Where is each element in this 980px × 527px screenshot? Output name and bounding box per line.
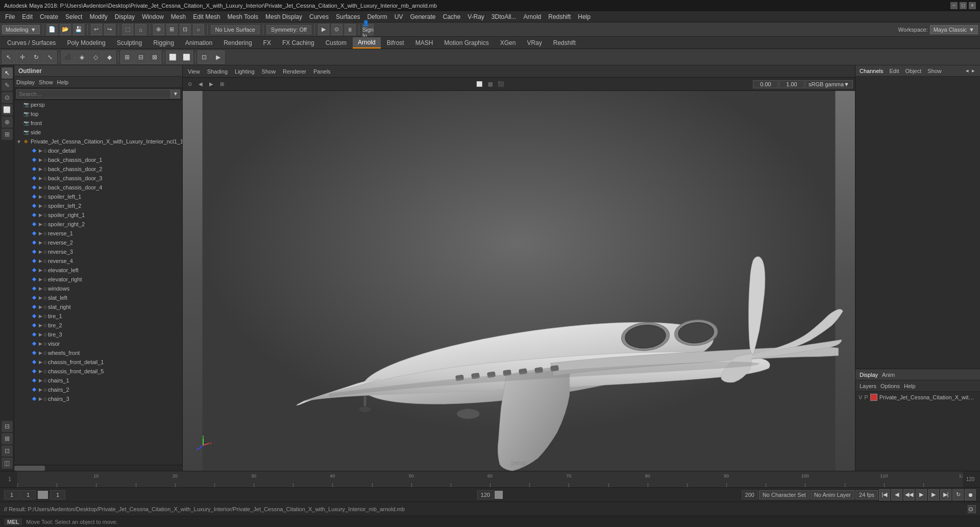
play-back-btn[interactable]: ◀◀ [903,489,915,500]
layers-subtab[interactable]: Layers [860,383,876,389]
signin-btn[interactable]: 👤 Sign In [362,24,374,35]
hscroll-thumb[interactable] [14,466,45,471]
tree-item[interactable]: 📷front [14,118,182,128]
menu-item-generate[interactable]: Generate [407,12,438,21]
select-tool-btn[interactable]: ↖ [2,51,15,64]
view2-btn[interactable]: ▶ [211,51,225,64]
edit-tab[interactable]: Edit [889,68,899,74]
loop-btn[interactable]: ↻ [952,489,964,500]
display-tab[interactable]: Display [860,372,878,378]
menu-item-arnold[interactable]: Arnold [521,12,545,21]
menu-item-curves[interactable]: Curves [306,12,332,21]
rotate-tool-btn[interactable]: ↻ [30,51,43,64]
show-tab[interactable]: Show [927,68,942,74]
menu-item-edit[interactable]: Edit [19,12,36,21]
tree-item[interactable]: ▶◇elevator_right [14,275,182,284]
close-button[interactable]: × [969,2,976,9]
tools-icon[interactable]: ⊞ [2,129,13,140]
tree-item[interactable]: ▶◇chairs_3 [14,394,182,403]
tree-item[interactable]: ▶◇reverse_2 [14,238,182,247]
tab-sculpting[interactable]: Sculpting [112,38,147,48]
timeline-ruler[interactable]: 102030405060708090100110120 [17,471,963,487]
panel-nav-1[interactable]: ◂ [965,66,970,75]
layer-color-swatch[interactable] [870,394,877,401]
outliner-menu-help[interactable]: Help [57,79,69,85]
redo-btn[interactable]: ↪ [104,24,115,35]
workspace-dropdown[interactable]: Maya Classic ▼ [930,25,978,34]
outliner-tree[interactable]: 📷persp📷top📷front📷side▼⊕Private_Jet_Cessn… [14,100,182,465]
ipr-btn[interactable]: ⊙ [331,24,342,35]
tree-item[interactable]: ▶◇spoiler_right_2 [14,220,182,229]
current-frame-field[interactable]: 1 [4,490,19,499]
menu-item-edit-mesh[interactable]: Edit Mesh [190,12,223,21]
menu-item-create[interactable]: Create [37,12,61,21]
tab-custom[interactable]: Custom [321,38,352,48]
next-frame-btn[interactable]: ▶ [928,489,939,500]
tab-arnold[interactable]: Arnold [353,37,381,49]
tab-curves-/-surfaces[interactable]: Curves / Surfaces [2,38,61,48]
tree-item[interactable]: ▶◇wheels_front [14,348,182,357]
play-fwd-btn[interactable]: ▶ [916,489,927,500]
frame2-btn[interactable]: ⬜ [180,51,193,64]
tree-item[interactable]: ▶◇tire_3 [14,330,182,339]
menu-item-v-ray[interactable]: V-Ray [464,12,487,21]
vp-grid-btn[interactable]: ⊞ [217,79,227,89]
menu-item-mesh[interactable]: Mesh [168,12,189,21]
select-btn[interactable]: ⬚ [122,24,133,35]
menu-item-cache[interactable]: Cache [439,12,463,21]
viewport-menu-lighting[interactable]: Lighting [232,67,258,76]
menu-item-help[interactable]: Help [575,12,594,21]
prev-key-btn[interactable]: |◀ [879,489,890,500]
tree-item[interactable]: ▶◇tire_2 [14,321,182,330]
viewport-menu-shading[interactable]: Shading [204,67,231,76]
tree-item[interactable]: 📷side [14,128,182,137]
no-char-set[interactable]: No Character Set [759,490,810,499]
range-end-field[interactable]: 120 [477,490,494,499]
menu-item-select[interactable]: Select [62,12,85,21]
menu-item-redshift[interactable]: Redshift [545,12,574,21]
disp1-btn[interactable]: ⊞ [120,51,134,64]
tree-item[interactable]: ▶◇slat_left [14,293,182,302]
vp-camera-btn[interactable]: ⊙ [185,79,195,89]
vp-input-value[interactable] [753,80,778,88]
save-btn[interactable]: 💾 [73,24,84,35]
menu-item-mesh-tools[interactable]: Mesh Tools [225,12,261,21]
menu-item-file[interactable]: File [2,12,18,21]
minimize-button[interactable]: − [950,2,958,9]
sculpt-icon[interactable]: ⊙ [2,92,13,103]
viewport-menu-panels[interactable]: Panels [310,67,334,76]
menu-item-uv[interactable]: UV [391,12,406,21]
lasso-btn[interactable]: ⌂ [135,24,146,35]
tree-item[interactable]: ▶◇spoiler_left_1 [14,192,182,201]
grid4-icon[interactable]: ◫ [2,458,13,469]
tree-item[interactable]: ▶◇back_chassis_door_2 [14,164,182,174]
tree-item[interactable]: ▶◇spoiler_right_1 [14,210,182,220]
select-mode-icon[interactable]: ↖ [2,67,13,79]
tree-item[interactable]: ▶◇back_chassis_door_3 [14,174,182,183]
gamma-dropdown[interactable]: sRGB gamma▼ [805,80,853,88]
sub-frame-field[interactable]: 1 [20,490,36,499]
outliner-menu-show[interactable]: Show [39,79,53,85]
channels-tab[interactable]: Channels [860,68,883,74]
tree-item[interactable]: ▶◇chassis_front_detail_1 [14,357,182,367]
next-key-btn[interactable]: ▶| [940,489,951,500]
tree-item[interactable]: ▶◇reverse_1 [14,229,182,238]
maximize-button[interactable]: □ [960,2,967,9]
vp-shading3[interactable]: ⬛ [496,79,506,89]
viewport-canvas[interactable]: x y z persp [183,91,855,471]
tab-vray[interactable]: VRay [522,38,547,48]
tab-fx[interactable]: FX [258,38,276,48]
vp-next-btn[interactable]: ▶ [206,79,216,89]
particles-icon[interactable]: ⊕ [2,116,13,128]
tab-rigging[interactable]: Rigging [148,38,179,48]
tree-item[interactable]: ▶◇back_chassis_door_4 [14,183,182,192]
tab-redshift[interactable]: Redshift [548,38,581,48]
menu-item-display[interactable]: Display [112,12,138,21]
grid1-icon[interactable]: ⊟ [2,421,13,432]
object-tab[interactable]: Object [905,68,921,74]
tab-rendering[interactable]: Rendering [218,38,257,48]
poly3-btn[interactable]: ◇ [89,51,102,64]
snap2-btn[interactable]: ⊞ [166,24,178,35]
menu-item-window[interactable]: Window [139,12,167,21]
vp-prev-btn[interactable]: ◀ [195,79,206,89]
